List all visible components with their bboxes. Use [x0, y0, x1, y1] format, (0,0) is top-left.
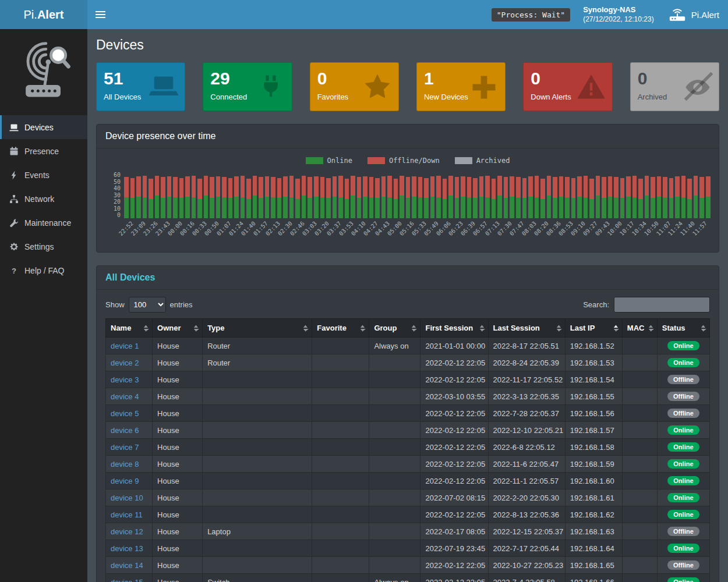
device-link[interactable]: device 14 [111, 561, 143, 570]
status-badge: Offline [667, 392, 699, 401]
sidebar-item-help-faq[interactable]: ?Help / FAQ [0, 258, 87, 282]
cell-group [369, 371, 420, 388]
device-link[interactable]: device 1 [111, 342, 139, 350]
cell-status: Online [657, 338, 709, 354]
summary-card-down-alerts[interactable]: 0Down Alerts [523, 62, 612, 111]
sidebar-item-settings[interactable]: Settings [0, 235, 87, 258]
cell-mac [622, 473, 657, 489]
cell-favorite [312, 540, 369, 557]
column-header-group[interactable]: Group [369, 319, 420, 338]
cell-favorite [312, 354, 369, 371]
column-header-mac[interactable]: MAC [622, 319, 657, 338]
entries-select[interactable]: 100 [129, 297, 166, 313]
cell-status: Online [657, 439, 709, 456]
y-tick-label: 10 [114, 205, 121, 212]
device-link[interactable]: device 11 [111, 510, 143, 519]
presence-bar [638, 172, 643, 218]
cell-type [203, 506, 312, 523]
column-header-favorite[interactable]: Favorite [312, 319, 369, 338]
legend-item-archived[interactable]: Archived [455, 157, 510, 165]
cell-first-session: 2022-02-12 22:05 [420, 456, 488, 473]
column-header-status[interactable]: Status [657, 319, 709, 338]
cell-name: device 8 [106, 456, 153, 473]
column-header-first-session[interactable]: First Session [420, 319, 488, 338]
navbar-brand-right[interactable]: Pi.Alert [668, 8, 719, 22]
cell-type [203, 388, 312, 405]
cell-mac [622, 489, 657, 506]
device-link[interactable]: device 5 [111, 409, 139, 418]
device-link[interactable]: device 15 [111, 578, 143, 582]
presence-bar [516, 172, 521, 218]
cell-type [203, 456, 312, 473]
presence-bar [216, 172, 221, 218]
plus-icon [469, 72, 499, 102]
cell-name: device 2 [106, 354, 153, 371]
sidebar-item-events[interactable]: Events [0, 163, 87, 187]
device-link[interactable]: device 4 [111, 392, 139, 401]
cell-group [369, 456, 420, 473]
column-header-type[interactable]: Type [203, 319, 312, 338]
presence-bar [302, 172, 306, 218]
status-badge: Offline [667, 560, 699, 570]
cell-first-session: 2022-02-12 22:05 [420, 354, 488, 371]
table-row: device 9House2022-02-12 22:052022-11-1 2… [106, 473, 710, 489]
status-badge: Online [667, 358, 699, 367]
cell-last-session: 2022-11-6 22:05.47 [488, 456, 565, 473]
cell-group [369, 422, 420, 439]
sidebar-item-maintenance[interactable]: Maintenance [0, 211, 87, 235]
device-link[interactable]: device 3 [111, 375, 139, 384]
device-link[interactable]: device 12 [111, 527, 143, 536]
cell-mac [622, 456, 657, 473]
presence-bar [185, 172, 190, 218]
cell-mac [622, 388, 657, 405]
legend-item-online[interactable]: Online [306, 157, 352, 165]
presence-bar [626, 172, 631, 218]
cell-first-session: 2022-02-12 22:05 [420, 439, 488, 456]
sort-icon [556, 324, 562, 332]
y-tick-label: 30 [114, 192, 121, 198]
device-link[interactable]: device 10 [111, 494, 143, 502]
summary-card-new-devices[interactable]: 1New Devices [416, 62, 506, 111]
sidebar-item-network[interactable]: Network [0, 187, 87, 211]
cell-type [203, 473, 312, 489]
summary-card-archived[interactable]: 0Archived [630, 62, 719, 111]
sidebar-item-devices[interactable]: Devices [0, 115, 87, 139]
cell-favorite [312, 489, 369, 506]
cell-group [369, 523, 420, 540]
devices-table-panel: All Devices Show 100 entries Search: Nam… [96, 265, 719, 582]
sidebar-item-presence[interactable]: Presence [0, 139, 87, 163]
column-header-owner[interactable]: Owner [153, 319, 203, 338]
cell-owner: House [153, 557, 203, 574]
device-link[interactable]: device 7 [111, 443, 139, 452]
presence-bar [694, 172, 698, 218]
device-link[interactable]: device 2 [111, 359, 139, 367]
summary-card-all-devices[interactable]: 51All Devices [96, 62, 185, 111]
cell-owner: House [153, 574, 203, 582]
search-input[interactable] [614, 297, 710, 313]
column-header-last-session[interactable]: Last Session [488, 319, 565, 338]
eye-slash-icon [683, 72, 713, 102]
device-link[interactable]: device 6 [111, 426, 139, 435]
column-header-name[interactable]: Name [106, 319, 153, 338]
sort-icon [648, 324, 654, 332]
cell-mac [622, 371, 657, 388]
presence-bar [259, 172, 263, 218]
cell-name: device 15 [106, 574, 153, 582]
status-badge: Online [667, 442, 699, 452]
device-link[interactable]: device 9 [111, 477, 139, 485]
cell-status: Online [657, 489, 709, 506]
table-row: device 7House2022-02-12 22:052022-6-8 22… [106, 439, 710, 456]
host-info: Synology-NAS (27/12/2022, 12:10:23) [583, 5, 653, 23]
presence-bar [197, 172, 202, 218]
presence-bar [657, 172, 662, 218]
summary-card-favorites[interactable]: 0Favorites [310, 62, 399, 111]
device-link[interactable]: device 8 [111, 460, 139, 469]
column-header-last-ip[interactable]: Last IP [565, 319, 622, 338]
device-link[interactable]: device 13 [111, 544, 143, 553]
summary-card-connected[interactable]: 29Connected [203, 62, 292, 111]
cell-group [369, 489, 420, 506]
presence-bar [706, 172, 711, 218]
sidebar-toggle[interactable] [87, 0, 114, 29]
app-logo[interactable]: Pi.Alert [0, 0, 87, 29]
legend-item-offline-down[interactable]: Offline/Down [367, 157, 440, 165]
